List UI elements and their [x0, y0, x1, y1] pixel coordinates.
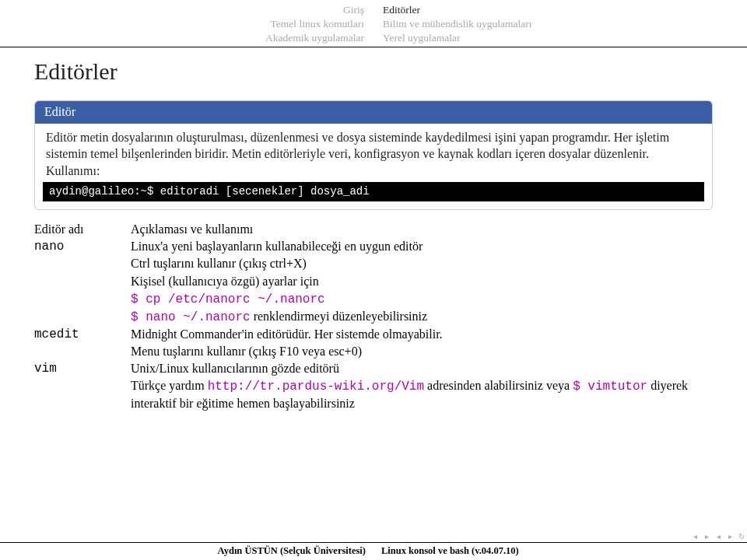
desc-text: Midnight Commander'in editörüdür. Her si…: [131, 326, 713, 343]
nav-link[interactable]: Giriş: [0, 3, 364, 17]
desc-text: Kişisel (kullanıcıya özgü) ayarlar için: [131, 273, 713, 290]
nav-next-section-icon[interactable]: ▸: [701, 531, 712, 542]
url-text[interactable]: http://tr.pardus-wiki.org/Vim: [208, 380, 424, 394]
page-title: Editörler: [0, 47, 747, 100]
nav-link[interactable]: Akademik uygulamalar: [0, 31, 364, 45]
nav-reload-icon[interactable]: ↻: [736, 531, 747, 542]
desc-text: adresinden alabilirsiniz veya: [424, 379, 573, 392]
table-header: Açıklaması ve kullanımı: [131, 221, 713, 238]
definition-block: Editör Editör metin dosyalarının oluştur…: [34, 100, 713, 211]
nav-link[interactable]: Temel linux komutları: [0, 17, 364, 31]
footer-author: Aydın ÜSTÜN (Selçuk Üniversitesi): [0, 545, 374, 557]
header-left: Giriş Temel linux komutları Akademik uyg…: [0, 3, 374, 46]
desc-text: Ctrl tuşlarını kullanır (çıkış ctrl+X): [131, 255, 713, 272]
header-nav: Giriş Temel linux komutları Akademik uyg…: [0, 0, 747, 47]
slide-nav: ◂ ▸ ◂ ▸ ↻: [689, 530, 747, 543]
desc-text: Unix/Linux kullanıcılarının gözde editör…: [131, 360, 713, 377]
table-header: Editör adı: [34, 221, 131, 238]
block-body: Editör metin dosyalarının oluşturulması,…: [35, 124, 712, 210]
command-text: $ nano ~/.nanorc: [131, 310, 251, 324]
command-text: $ cp /etc/nanorc ~/.nanorc: [131, 292, 325, 306]
desc-text: Türkçe yardım: [131, 379, 208, 392]
editor-name-nano: nano: [34, 238, 131, 325]
nav-next-slide-icon[interactable]: ▸: [724, 531, 735, 542]
block-text: Editör metin dosyalarının oluşturulması,…: [46, 131, 669, 177]
editor-name-vim: vim: [34, 360, 131, 412]
command-text: $ vimtutor: [573, 380, 647, 394]
nav-prev-section-icon[interactable]: ◂: [689, 531, 700, 542]
header-right: Editörler Bilim ve mühendislik uygulamal…: [374, 3, 747, 46]
nav-link-active[interactable]: Editörler: [383, 3, 747, 17]
desc-text: Linux'a yeni başlayanların kullanabilece…: [131, 238, 713, 255]
nav-link[interactable]: Yerel uygulamalar: [383, 31, 747, 45]
desc-text: renklendirmeyi düzenleyebilirsiniz: [251, 310, 427, 323]
editor-table: Editör adı Açıklaması ve kullanımı nano …: [34, 221, 713, 412]
terminal-line: aydin@galileo:~$ editoradi [secenekler] …: [43, 182, 704, 201]
desc-text: Menu tuşlarını kullanır (çıkış F10 veya …: [131, 343, 713, 360]
nav-prev-slide-icon[interactable]: ◂: [713, 531, 724, 542]
nav-link[interactable]: Bilim ve mühendislik uygulamaları: [383, 17, 747, 31]
editor-name-mcedit: mcedit: [34, 326, 131, 360]
footer-title: Linux konsol ve bash (v.04.07.10): [374, 545, 747, 557]
block-title: Editör: [35, 101, 712, 124]
footer: Aydın ÜSTÜN (Selçuk Üniversitesi) Linux …: [0, 542, 747, 560]
